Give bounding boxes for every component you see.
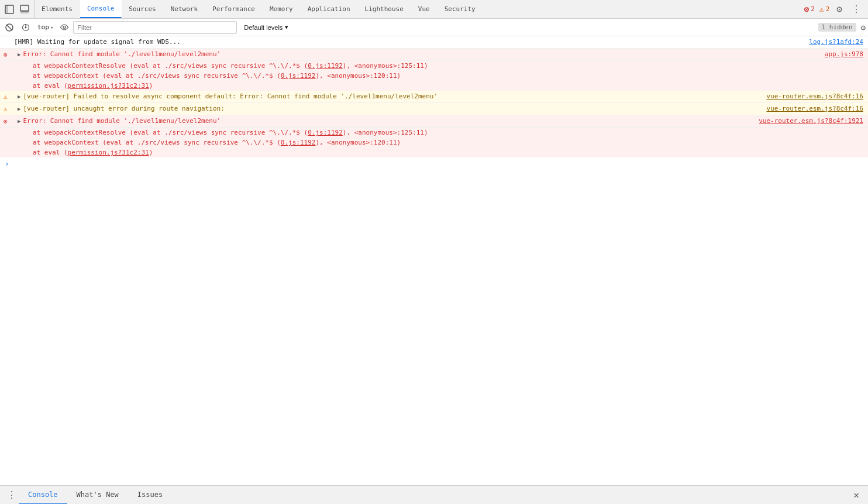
warning-icon-2: ⚠ bbox=[4, 105, 8, 114]
expand-arrow-1[interactable]: ▶ bbox=[18, 50, 20, 59]
log-entry-warning-1: ⚠ ▶ [vue-router] Failed to resolve async… bbox=[0, 91, 868, 103]
console-output: [HMR] Waiting for update signal from WDS… bbox=[0, 36, 868, 485]
clear-console-button[interactable] bbox=[2, 20, 16, 35]
tab-memory[interactable]: Memory bbox=[263, 0, 301, 18]
svg-rect-3 bbox=[20, 10, 29, 13]
tab-performance[interactable]: Performance bbox=[205, 0, 263, 18]
context-selector[interactable]: top ▾ bbox=[35, 22, 56, 32]
settings-gear-icon[interactable]: ⚙ bbox=[834, 1, 845, 17]
log-entry-hmr-text: [HMR] Waiting for update signal from WDS… bbox=[14, 37, 800, 47]
tab-sources[interactable]: Sources bbox=[122, 0, 163, 18]
log-entry-warning-2: ⚠ ▶ [vue-router] uncaught error during r… bbox=[0, 103, 868, 115]
svg-point-8 bbox=[25, 26, 27, 28]
devtools-icons bbox=[0, 0, 35, 18]
stack-link-2-3[interactable]: permission.js?31c2:31 bbox=[68, 149, 149, 156]
hidden-count-badge: 1 hidden bbox=[818, 23, 856, 32]
toolbar-right-section: 1 hidden ⚙ bbox=[818, 23, 866, 32]
bottom-tab-console[interactable]: Console bbox=[19, 486, 67, 505]
close-devtools-button[interactable]: ✕ bbox=[849, 488, 863, 502]
bottom-tab-bar: ⋮ Console What's New Issues ✕ bbox=[0, 485, 868, 504]
stack-link-2-1[interactable]: 0.js:1192 bbox=[308, 129, 343, 136]
bottom-tab-whats-new[interactable]: What's New bbox=[67, 486, 128, 505]
preserve-log-button[interactable] bbox=[19, 20, 33, 35]
console-prompt[interactable]: › bbox=[0, 157, 868, 169]
prompt-symbol: › bbox=[5, 159, 9, 168]
log-entry-hmr: [HMR] Waiting for update signal from WDS… bbox=[0, 36, 868, 49]
console-settings-icon[interactable]: ⚙ bbox=[861, 23, 866, 32]
log-entry-hmr-source[interactable]: log.js?1afd:24 bbox=[800, 37, 863, 47]
warning-icon-1: ⚠ bbox=[4, 92, 8, 102]
dock-icon[interactable] bbox=[2, 2, 16, 16]
log-entry-error-1-source[interactable]: app.js:978 bbox=[815, 50, 863, 59]
log-entry-error-1: ⊗ ▶ Error: Cannot find module './level1m… bbox=[0, 49, 868, 61]
log-entry-warning-1-text: [vue-router] Failed to resolve async com… bbox=[23, 92, 757, 101]
stack-line-1-3: at eval (permission.js?31c2:31) bbox=[0, 81, 868, 91]
tab-lighthouse[interactable]: Lighthouse bbox=[358, 0, 411, 18]
filter-eye-button[interactable] bbox=[58, 21, 71, 34]
log-entry-warning-2-source[interactable]: vue-router.esm.js?8c4f:16 bbox=[757, 104, 863, 114]
tab-console[interactable]: Console bbox=[80, 0, 122, 18]
default-levels-button[interactable]: Default levels ▾ bbox=[239, 22, 293, 32]
stack-line-2-3: at eval (permission.js?31c2:31) bbox=[0, 148, 868, 157]
log-entry-warning-1-source[interactable]: vue-router.esm.js?8c4f:16 bbox=[757, 92, 863, 101]
stack-link-1-3[interactable]: permission.js?31c2:31 bbox=[68, 82, 149, 90]
log-entry-error-1-text: Error: Cannot find module './level1menu/… bbox=[23, 50, 815, 59]
svg-point-9 bbox=[63, 26, 66, 29]
log-entry-error-2-text: Error: Cannot find module './level1menu/… bbox=[23, 116, 749, 126]
tab-application[interactable]: Application bbox=[301, 0, 358, 18]
tab-bar-right: ⊗ 2 ⚠ 2 ⚙ ⋮ bbox=[799, 0, 868, 18]
stack-link-2-2[interactable]: 0.js:1192 bbox=[281, 139, 316, 146]
more-options-icon[interactable]: ⋮ bbox=[849, 1, 863, 17]
levels-dropdown-arrow: ▾ bbox=[285, 23, 288, 31]
tab-elements[interactable]: Elements bbox=[35, 0, 80, 18]
expand-arrow-w1[interactable]: ▶ bbox=[18, 92, 20, 101]
filter-input[interactable] bbox=[73, 21, 237, 34]
warning-badge[interactable]: ⚠ 2 bbox=[819, 5, 829, 13]
bottom-tab-issues[interactable]: Issues bbox=[128, 486, 172, 505]
svg-rect-1 bbox=[5, 5, 8, 13]
expand-arrow-2[interactable]: ▶ bbox=[18, 116, 20, 126]
bottom-more-icon[interactable]: ⋮ bbox=[5, 487, 19, 503]
stack-line-2-1: at webpackContextResolve (eval at ./src/… bbox=[0, 128, 868, 138]
stack-line-1-2: at webpackContext (eval at ./src/views s… bbox=[0, 71, 868, 81]
tab-bar: Elements Console Sources Network Perform… bbox=[0, 0, 868, 19]
log-entry-error-2-source[interactable]: vue-router.esm.js?8c4f:1921 bbox=[749, 116, 863, 126]
error-icon-2: ⊗ bbox=[4, 117, 8, 126]
log-entry-warning-2-text: [vue-router] uncaught error during route… bbox=[23, 104, 757, 114]
expand-arrow-w2[interactable]: ▶ bbox=[18, 104, 20, 114]
error-icon-1: ⊗ bbox=[4, 50, 8, 60]
stack-link-1-2[interactable]: 0.js:1192 bbox=[281, 72, 316, 80]
bottom-bar-right: ✕ bbox=[849, 488, 863, 502]
stack-line-1-1: at webpackContextResolve (eval at ./src/… bbox=[0, 61, 868, 71]
log-entry-error-2: ⊗ ▶ Error: Cannot find module './level1m… bbox=[0, 115, 868, 128]
tab-vue[interactable]: Vue bbox=[411, 0, 438, 18]
stack-line-2-2: at webpackContext (eval at ./src/views s… bbox=[0, 138, 868, 148]
stack-link-1-1[interactable]: 0.js:1192 bbox=[308, 62, 343, 70]
console-toolbar: top ▾ Default levels ▾ 1 hidden ⚙ bbox=[0, 19, 868, 36]
context-dropdown-arrow: ▾ bbox=[50, 25, 53, 30]
tab-network[interactable]: Network bbox=[164, 0, 205, 18]
svg-line-5 bbox=[6, 25, 12, 30]
tab-security[interactable]: Security bbox=[438, 0, 483, 18]
undock-icon[interactable] bbox=[18, 2, 32, 16]
error-badge[interactable]: ⊗ 2 bbox=[804, 4, 815, 15]
